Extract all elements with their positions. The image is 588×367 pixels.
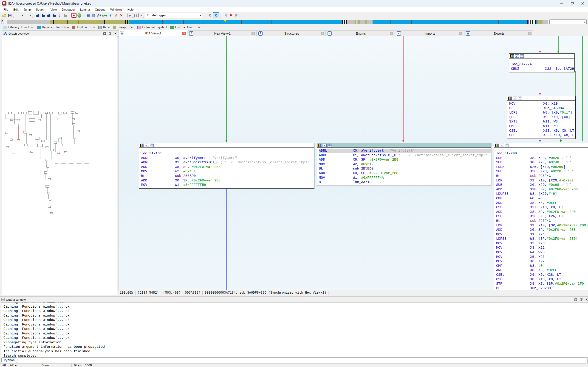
asm-line[interactable]: MOVX5, X26 — [496, 255, 588, 259]
asm-line[interactable]: MOVW1, #0xFFFFFF59 — [141, 183, 314, 187]
asm-line[interactable]: ANDX8, X8, #0xFF — [496, 268, 588, 273]
block-edit-icon[interactable] — [515, 54, 519, 58]
block-edit-icon[interactable] — [145, 144, 149, 147]
debug-stop-icon[interactable]: ■ — [138, 13, 144, 18]
tab-close-icon[interactable]: ✕ — [251, 32, 255, 35]
tab-structures[interactable]: AStructures✕ — [257, 30, 326, 36]
block-header[interactable] — [509, 54, 574, 58]
save-file-icon[interactable] — [7, 13, 12, 18]
asm-line[interactable]: MOVX2, X23 — [496, 241, 588, 246]
asm-line[interactable]: ADRLX0, aVerifycert ; "VerifyCert" — [141, 156, 314, 161]
block-group-icon[interactable] — [150, 144, 154, 147]
close-button[interactable] — [578, 0, 588, 7]
asm-line[interactable]: CSELX8, X10, X8, LT — [496, 277, 588, 282]
edit-function-icon[interactable] — [113, 13, 119, 18]
tab-exports[interactable]: ▦Exports✕ — [464, 30, 533, 36]
restore-button[interactable] — [567, 0, 578, 7]
debug-run-icon[interactable]: ▶ — [128, 13, 133, 18]
jump-address-icon[interactable]: ↓ — [57, 13, 62, 18]
block-color-icon[interactable] — [508, 97, 512, 100]
asm-line[interactable]: ADDX0, SP, #0x2F0+var_2B8 — [319, 171, 491, 176]
ida-graph-view[interactable]: loc_3A7274CBNZX22, loc_3A7298 MOVX0, X19… — [119, 36, 588, 290]
debugger-select[interactable]: No debugger▾ — [145, 13, 203, 18]
asm-line[interactable]: CSELX9, X9, X28, LT — [496, 273, 588, 277]
block-header[interactable] — [494, 143, 588, 148]
asm-line[interactable]: MOVX6, X27 — [496, 259, 588, 264]
menu-debugger[interactable]: Debugger — [59, 7, 78, 12]
open-file-icon[interactable] — [1, 13, 7, 18]
block-group-icon[interactable] — [518, 97, 522, 100]
block-color-icon[interactable] — [140, 144, 144, 147]
block-group-icon[interactable] — [328, 144, 331, 147]
asm-line[interactable]: CMPW8, #0 — [496, 196, 588, 201]
asm-line[interactable]: BLsub_2B5BD0 — [141, 174, 314, 178]
chevron-down-icon[interactable]: ▾ — [199, 13, 203, 18]
tab-ida-view-a[interactable]: ▤IDA View-A✕ — [119, 30, 187, 36]
navigate-back-menu-icon[interactable]: ▾ — [21, 13, 24, 18]
asm-line[interactable]: MOVW2, #0x512 — [319, 162, 491, 167]
asm-line[interactable]: CSELX22, X10, X8, LT — [509, 133, 575, 138]
search-sequence-icon[interactable] — [52, 13, 57, 18]
menu-windows[interactable]: Windows — [108, 7, 125, 12]
make-data-icon[interactable]: ▥ — [91, 13, 96, 18]
search-text-icon[interactable] — [40, 13, 46, 18]
block-header[interactable] — [139, 143, 314, 148]
restore-panel-button[interactable] — [107, 31, 113, 36]
menu-edit[interactable]: Edit — [11, 7, 21, 12]
asm-line[interactable]: CBNZX22, loc_3A7298 — [511, 67, 574, 71]
tab-close-icon[interactable]: ✕ — [528, 32, 531, 35]
asm-line[interactable]: CSELX23, X9, X0, LT — [509, 129, 575, 133]
asm-line[interactable]: ADDX8, SP, #0x2F0+var_2B8 — [319, 158, 491, 162]
asm-line[interactable]: ADRLX0, aVerifycert ; "VerifyCert" — [319, 149, 491, 153]
make-name-icon[interactable]: A+ — [96, 13, 102, 18]
asm-line[interactable]: CMPW8, #0 — [496, 264, 588, 268]
block-edit-icon[interactable] — [513, 97, 517, 100]
menu-file[interactable]: File — [1, 7, 11, 12]
tab-close-icon[interactable]: ✕ — [182, 32, 186, 35]
block-color-icon[interactable] — [495, 144, 499, 147]
make-code-icon[interactable]: ▦ — [86, 13, 91, 18]
make-function-icon[interactable]: ∗ — [107, 13, 113, 18]
asm-line[interactable]: MOVW4, W25 — [496, 250, 588, 255]
asm-line[interactable]: SUBX0, X29, #0x68 ; 'h' — [496, 183, 588, 187]
tab-enums[interactable]: ≡Enums✕ — [326, 30, 395, 36]
menu-jump[interactable]: Jump — [21, 7, 33, 12]
python-command-input[interactable] — [18, 357, 588, 363]
close-panel-button[interactable] — [113, 31, 118, 36]
asm-line[interactable]: LDRBW25, [X19,#0x259] — [496, 165, 588, 169]
asm-line[interactable]: BLsub_2C5F4C — [496, 219, 588, 223]
asm-line[interactable]: ADDX0, SP, #0x2F0+var_2B8 — [496, 228, 588, 232]
asm-line[interactable]: MOVW2, #0x4E4 — [141, 169, 314, 174]
asm-line[interactable]: SUBX26, X29, #0x20 ; ' ' — [496, 169, 588, 174]
menu-help[interactable]: Help — [125, 7, 136, 12]
graph-node-selected[interactable]: ADRLX0, aVerifycert ; "VerifyCert"ADRLX1… — [317, 143, 491, 186]
tab-close-icon[interactable]: ✕ — [459, 32, 462, 35]
remove-breakpoint-icon[interactable]: ⚑ — [233, 13, 239, 18]
asm-line[interactable]: ADDX28, SP, #0x2F0+var_2D0 — [496, 187, 588, 192]
search-memory-icon[interactable] — [35, 13, 40, 18]
block-header[interactable] — [507, 96, 575, 101]
tab-imports[interactable]: ▼Imports✕ — [395, 30, 464, 36]
menu-view[interactable]: View — [48, 7, 59, 12]
graph-node-loc-3A71D4[interactable]: loc_3A71D4ADRLX0, aVerifycert ; "VerifyC… — [139, 143, 314, 189]
cli-language-selector[interactable]: Python — [1, 357, 17, 363]
asm-line[interactable]: MOVX3, X22 — [496, 246, 588, 250]
asm-line[interactable]: LDPX9, X10, [SP,#0x2F0+var_2D0] — [496, 223, 588, 228]
notepad-icon[interactable] — [223, 13, 228, 18]
search-again-disabled-icon[interactable] — [62, 13, 68, 18]
asm-line[interactable]: SXTBW11, W8 — [509, 119, 575, 124]
breakpoint-list-icon[interactable]: A — [71, 13, 77, 18]
block-edit-icon[interactable] — [500, 144, 504, 147]
type-info-icon[interactable]: C — [207, 12, 213, 18]
asm-line[interactable]: BLsub_2B5BD0 — [319, 167, 491, 171]
undefine-icon[interactable]: × — [119, 13, 124, 18]
asm-line[interactable]: LDRSBW8, [SP,#0x2F0+var_2B9] — [496, 237, 588, 241]
navigate-forward-menu-icon[interactable]: ▾ — [29, 13, 32, 18]
close-output-button[interactable] — [584, 297, 588, 302]
block-color-icon[interactable] — [318, 144, 322, 147]
block-group-icon[interactable] — [520, 54, 524, 58]
minimize-button[interactable] — [556, 0, 567, 7]
block-edit-icon[interactable] — [323, 144, 327, 147]
maximize-panel-button[interactable] — [102, 31, 107, 36]
asm-line[interactable]: CSELX27, X10, X8, LT — [496, 205, 588, 210]
